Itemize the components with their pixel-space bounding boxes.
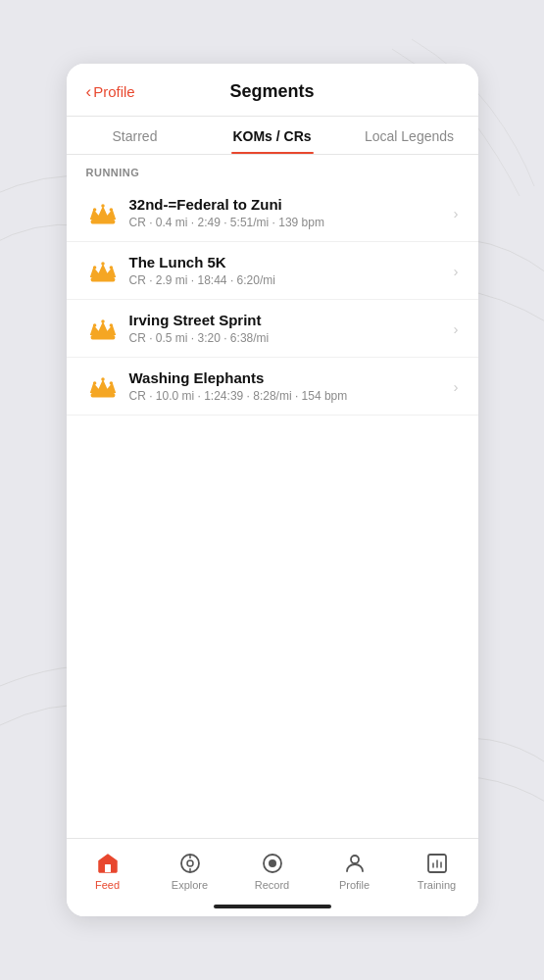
- crown-icon: [86, 254, 120, 287]
- bottom-nav: Feed Explore: [67, 838, 478, 899]
- record-icon: [260, 851, 285, 876]
- feed-label: Feed: [95, 879, 120, 891]
- chevron-right-icon: ›: [454, 263, 459, 279]
- svg-rect-0: [90, 220, 115, 223]
- segment-meta: CR · 0.5 mi · 3:20 · 6:38/mi: [129, 331, 444, 345]
- nav-item-training[interactable]: Training: [396, 847, 478, 895]
- segment-meta: CR · 10.0 mi · 1:24:39 · 8:28/mi · 154 b…: [129, 389, 444, 403]
- nav-item-feed[interactable]: Feed: [67, 847, 149, 895]
- home-indicator: [67, 899, 478, 916]
- segment-row[interactable]: Irving Street Sprint CR · 0.5 mi · 3:20 …: [67, 300, 478, 358]
- record-label: Record: [255, 879, 289, 891]
- training-label: Training: [418, 879, 456, 891]
- svg-point-9: [92, 323, 96, 327]
- feed-icon: [95, 851, 121, 876]
- chevron-right-icon: ›: [454, 205, 459, 221]
- explore-label: Explore: [172, 879, 208, 891]
- svg-point-3: [109, 208, 113, 212]
- svg-rect-4: [90, 277, 115, 281]
- segment-name: Washing Elephants: [129, 369, 444, 386]
- nav-item-profile[interactable]: Profile: [314, 847, 396, 895]
- nav-item-explore[interactable]: Explore: [149, 847, 231, 895]
- segment-meta: CR · 2.9 mi · 18:44 · 6:20/mi: [129, 273, 444, 287]
- tab-starred[interactable]: Starred: [67, 117, 204, 154]
- segment-name: Irving Street Sprint: [129, 312, 444, 328]
- back-chevron-icon: ‹: [86, 82, 92, 102]
- tab-koms[interactable]: KOMs / CRs: [204, 117, 341, 154]
- svg-point-15: [109, 381, 113, 385]
- segment-name: 32nd-=Federal to Zuni: [129, 196, 444, 213]
- tabs-bar: Starred KOMs / CRs Local Legends: [67, 117, 478, 155]
- content-area: RUNNING 32nd-=Federal to Zuni CR · 0.4 m…: [67, 155, 478, 838]
- nav-item-record[interactable]: Record: [231, 847, 314, 895]
- segment-info: Washing Elephants CR · 10.0 mi · 1:24:39…: [120, 369, 454, 403]
- svg-point-2: [101, 204, 105, 208]
- svg-rect-8: [90, 335, 115, 339]
- svg-point-7: [109, 266, 113, 270]
- section-label: RUNNING: [67, 155, 478, 184]
- back-label: Profile: [93, 83, 135, 100]
- explore-icon: [177, 851, 203, 876]
- svg-point-11: [109, 323, 113, 327]
- training-icon: [424, 851, 450, 876]
- svg-point-22: [269, 859, 276, 867]
- svg-point-13: [92, 381, 96, 385]
- profile-label: Profile: [339, 879, 370, 891]
- header: ‹ Profile Segments: [67, 64, 478, 117]
- phone-card: ‹ Profile Segments Starred KOMs / CRs Lo…: [67, 64, 478, 916]
- page-title: Segments: [155, 81, 390, 102]
- svg-point-23: [351, 856, 359, 863]
- svg-point-5: [92, 266, 96, 270]
- chevron-right-icon: ›: [454, 320, 459, 337]
- crown-icon: [86, 196, 120, 229]
- segment-info: 32nd-=Federal to Zuni CR · 0.4 mi · 2:49…: [120, 196, 454, 229]
- svg-rect-12: [90, 393, 115, 397]
- svg-point-18: [187, 860, 193, 866]
- home-bar: [214, 905, 331, 908]
- segment-meta: CR · 0.4 mi · 2:49 · 5:51/mi · 139 bpm: [129, 216, 444, 229]
- svg-point-6: [101, 262, 105, 266]
- svg-point-10: [101, 319, 105, 323]
- segment-name: The Lunch 5K: [129, 254, 444, 270]
- segment-row[interactable]: The Lunch 5K CR · 2.9 mi · 18:44 · 6:20/…: [67, 242, 478, 300]
- tab-local-legends[interactable]: Local Legends: [341, 117, 478, 154]
- segment-row[interactable]: Washing Elephants CR · 10.0 mi · 1:24:39…: [67, 358, 478, 416]
- svg-point-1: [92, 208, 96, 212]
- crown-icon: [86, 312, 120, 345]
- segments-list: 32nd-=Federal to Zuni CR · 0.4 mi · 2:49…: [67, 184, 478, 416]
- back-button[interactable]: ‹ Profile: [86, 82, 155, 102]
- svg-point-14: [101, 377, 105, 381]
- segment-row[interactable]: 32nd-=Federal to Zuni CR · 0.4 mi · 2:49…: [67, 184, 478, 242]
- profile-icon: [342, 851, 368, 876]
- phone-container: ‹ Profile Segments Starred KOMs / CRs Lo…: [0, 0, 544, 980]
- chevron-right-icon: ›: [454, 378, 459, 395]
- segment-info: Irving Street Sprint CR · 0.5 mi · 3:20 …: [120, 312, 454, 345]
- segment-info: The Lunch 5K CR · 2.9 mi · 18:44 · 6:20/…: [120, 254, 454, 287]
- crown-icon: [86, 369, 120, 403]
- svg-rect-16: [105, 864, 111, 872]
